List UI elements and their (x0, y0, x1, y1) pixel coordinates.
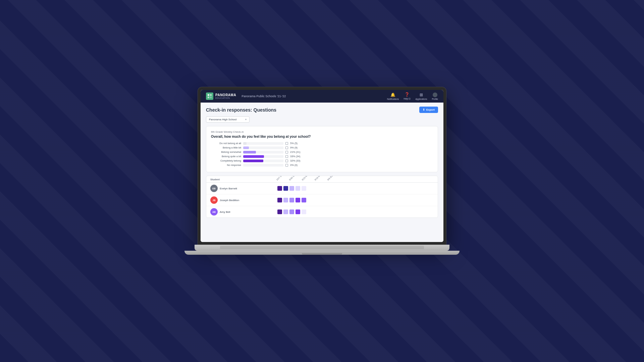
response-checkbox[interactable] (285, 151, 288, 154)
date-header: 10/7-10/11 (276, 176, 281, 181)
response-bar-container (243, 146, 283, 149)
student-table: Student 10/7-10/119/30-10/49/23-9/279/16… (206, 176, 438, 218)
response-square (296, 209, 300, 214)
response-square (277, 209, 282, 214)
response-square (277, 198, 282, 202)
response-percentage: 21% (21) (290, 150, 300, 154)
response-square (302, 198, 306, 202)
student-column-header: Student (210, 178, 271, 181)
response-square (296, 186, 300, 191)
profile-icon (433, 93, 437, 97)
avatar: JB (210, 196, 218, 204)
student-info: JBJoseph Bedillion (210, 196, 271, 204)
response-row: Belong a little bit9% (9) (211, 146, 433, 149)
survey-question: Overall, how much do you feel like you b… (211, 135, 433, 138)
response-square (277, 186, 282, 191)
response-percentage: 0% (0) (290, 164, 298, 167)
page-header: Check-in responses: Questions ⬇ Export (206, 107, 438, 113)
response-row: Belong quite a bit33% (34) (211, 155, 433, 158)
laptop-keyboard (195, 245, 449, 251)
chevron-down-icon: ▾ (245, 118, 247, 121)
response-checkbox[interactable] (285, 164, 288, 167)
response-square (302, 186, 306, 191)
response-checkbox[interactable] (285, 142, 288, 145)
response-bar (243, 155, 264, 158)
help-icon: ❓ (405, 92, 410, 97)
response-bar-container (243, 164, 283, 167)
response-percentage: 5% (5) (290, 142, 298, 145)
response-label: Belong a little bit (211, 146, 241, 149)
response-square (283, 209, 288, 214)
help-label: Help ⊡ (404, 98, 411, 100)
table-row: JBJoseph Bedillion (206, 194, 438, 206)
student-info: EBEvelyn Barnett (210, 185, 271, 192)
svg-rect-2 (208, 97, 209, 98)
response-square (283, 198, 288, 202)
navbar-actions: 🔔 Notifications ❓ Help ⊡ ⊞ Applications … (387, 92, 438, 100)
response-percentage: 33% (34) (290, 155, 300, 158)
notifications-label: Notifications (387, 98, 399, 100)
response-bar-container (243, 160, 283, 162)
response-label: Belong somewhat (211, 150, 241, 154)
applications-label: Applications (416, 98, 427, 100)
logo-icon (206, 93, 213, 100)
help-button[interactable]: ❓ Help ⊡ (404, 92, 411, 100)
table-header: Student 10/7-10/119/30-10/49/23-9/279/16… (206, 176, 438, 183)
school-dropdown[interactable]: Panorama High School ▾ (206, 116, 250, 123)
response-bar (243, 142, 247, 145)
applications-button[interactable]: ⊞ Applications (416, 93, 427, 100)
date-header: 9/30-10/4 (288, 176, 293, 181)
date-headers: 10/7-10/119/30-10/49/23-9/279/16-9/209/9… (277, 179, 334, 181)
response-square (302, 209, 306, 214)
response-bar-container (243, 151, 283, 154)
response-square (296, 198, 300, 202)
bell-icon: 🔔 (391, 93, 395, 97)
student-name: Amy Bell (220, 210, 230, 214)
response-bars: Do not belong at all5% (5)Belong a littl… (211, 142, 433, 167)
response-bar (243, 146, 249, 149)
main-content: Check-in responses: Questions ⬇ Export P… (201, 103, 443, 242)
response-label: Do not belong at all (211, 142, 241, 145)
response-checkbox[interactable] (285, 160, 288, 162)
svg-rect-1 (210, 94, 212, 96)
response-bar (243, 160, 263, 162)
svg-rect-3 (210, 97, 212, 98)
response-checkbox[interactable] (285, 155, 288, 158)
response-label: Completely belong (211, 159, 241, 162)
avatar: EB (210, 185, 218, 192)
download-icon: ⬇ (423, 108, 425, 111)
profile-button[interactable]: Profile (432, 93, 438, 100)
student-rows: EBEvelyn BarnettJBJoseph BedillionABAmy … (206, 183, 438, 218)
response-checkbox[interactable] (285, 146, 288, 149)
grid-icon: ⊞ (419, 93, 424, 97)
navbar: PANORAMA EDUCATION Panorama Public Schoo… (201, 90, 443, 103)
response-squares (277, 186, 306, 191)
table-row: EBEvelyn Barnett (206, 183, 438, 194)
export-button[interactable]: ⬇ Export (419, 107, 438, 113)
response-row: Do not belong at all5% (5) (211, 142, 433, 145)
laptop-base (184, 251, 460, 255)
response-square (283, 186, 288, 191)
response-square (289, 198, 294, 202)
response-row: Belong somewhat21% (21) (211, 150, 433, 154)
response-bar-container (243, 142, 283, 145)
profile-label: Profile (432, 98, 438, 100)
response-label: No response (211, 164, 241, 167)
notifications-button[interactable]: 🔔 Notifications (387, 93, 399, 100)
logo-text: PANORAMA (215, 93, 236, 97)
date-header: 9/9-9/13 (327, 176, 332, 181)
response-bar (243, 151, 256, 154)
logo: PANORAMA EDUCATION (206, 93, 236, 100)
response-percentage: 32% (33) (290, 159, 300, 162)
response-row: No response0% (0) (211, 164, 433, 167)
district-name: Panorama Public Schools '21-'22 (241, 95, 387, 98)
response-squares (277, 198, 306, 202)
response-square (289, 209, 294, 214)
survey-card: 6th Grade Weekly Check-in Overall, how m… (206, 126, 438, 172)
export-label: Export (426, 108, 435, 111)
date-header: 9/16-9/20 (314, 176, 319, 181)
survey-grade-label: 6th Grade Weekly Check-in (211, 130, 433, 133)
student-info: ABAmy Bell (210, 208, 271, 216)
response-square (289, 186, 294, 191)
response-percentage: 9% (9) (290, 146, 298, 149)
